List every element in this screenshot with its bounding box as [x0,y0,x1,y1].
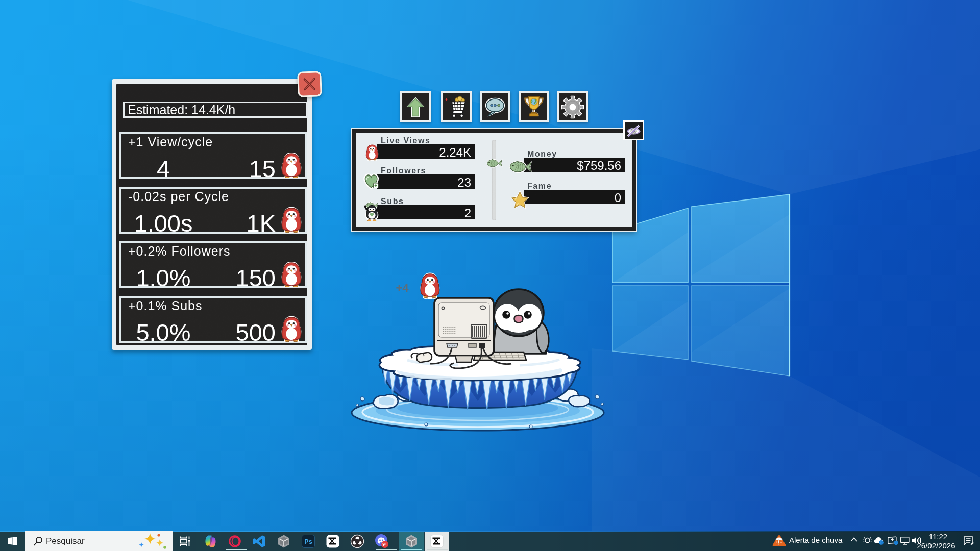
svg-text:i: i [881,541,882,544]
svg-text:9+: 9+ [382,542,387,547]
svg-text:+4: +4 [396,282,409,294]
svg-text:Ps: Ps [304,538,312,545]
